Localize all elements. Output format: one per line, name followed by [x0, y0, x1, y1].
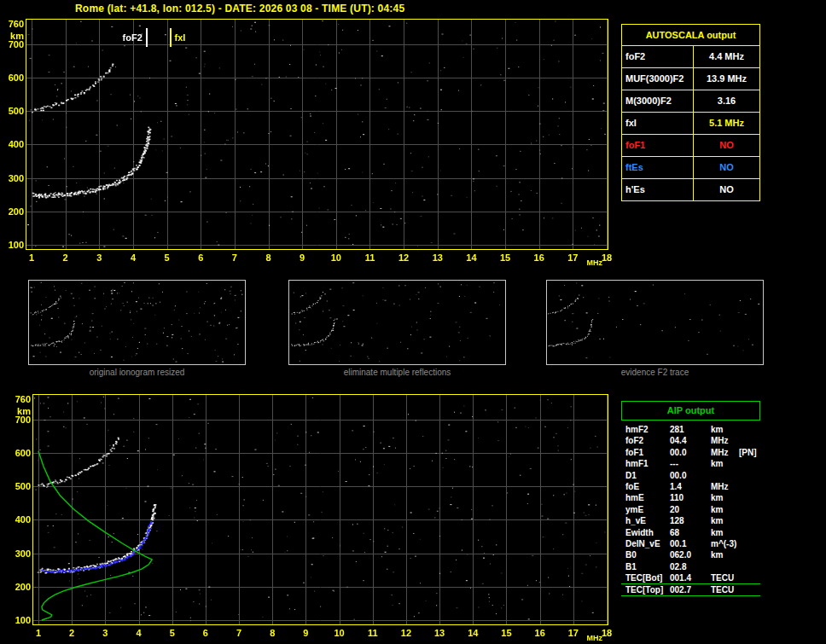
- x-tick-label: 9: [292, 252, 312, 263]
- parameter-name: foF1: [621, 447, 670, 458]
- panel-caption-f2trace: evidence F2 trace: [546, 368, 764, 377]
- parameter-flag: [739, 458, 760, 469]
- parameter-name: DelN_vE: [621, 538, 670, 549]
- parameter-flag: [739, 584, 760, 595]
- x-tick-label: 16: [529, 252, 550, 263]
- parameter-flag: [739, 492, 760, 503]
- parameter-value: 110: [670, 492, 711, 503]
- x-tick-label: 13: [429, 628, 450, 638]
- parameter-value: 002.7: [670, 584, 711, 595]
- x-tick-label: 15: [495, 252, 515, 263]
- x-tick-label: 2: [61, 628, 82, 638]
- y-tick-label: 600: [7, 448, 31, 458]
- x-tick-label: 17: [563, 628, 584, 638]
- parameter-value: 3.16: [694, 90, 759, 112]
- y-tick-label: 760: [0, 19, 24, 29]
- parameter-unit: km: [711, 515, 739, 526]
- x-tick-label: 12: [396, 628, 416, 638]
- x-tick-label: 2: [55, 252, 76, 263]
- aip-row: foF100.0MHz[PN]: [621, 447, 760, 458]
- parameter-unit: TECU: [711, 584, 739, 595]
- parameter-name: hmE: [621, 492, 670, 503]
- parameter-value: 20: [670, 504, 711, 515]
- parameter-value: 00.0: [670, 447, 711, 458]
- parameter-name: h_vE: [621, 515, 670, 526]
- x-tick-label: 14: [462, 628, 483, 638]
- profile-ionogram-canvas: [32, 394, 608, 625]
- aip-row: B102.8: [621, 561, 760, 572]
- autoscala-row: ftEsNO: [622, 156, 759, 178]
- aip-row: foF204.4MHz: [621, 435, 760, 446]
- x-tick-label: 13: [428, 252, 448, 263]
- parameter-value: 1.4: [670, 481, 711, 492]
- y-tick-label: 700: [7, 415, 31, 425]
- y-tick-label: 300: [0, 173, 24, 183]
- parameter-name: h'Es: [622, 179, 694, 200]
- x-tick-label: 15: [496, 628, 516, 638]
- x-tick-label: 4: [129, 628, 149, 638]
- autoscala-table-rows: foF24.4 MHzMUF(3000)F213.9 MHzM(3000)F23…: [622, 45, 759, 200]
- aip-row: h_vE128km: [621, 515, 760, 526]
- x-tick-label: 4: [123, 252, 143, 263]
- parameter-value: 001.4: [670, 572, 711, 583]
- page-title: Rome (lat: +41.8, lon: 012.5) - DATE: 20…: [75, 3, 404, 15]
- parameter-value: ---: [670, 458, 711, 469]
- parameter-flag: [739, 515, 760, 526]
- parameter-name: foF2: [621, 435, 670, 446]
- aip-row: TEC[Top]002.7TECU: [621, 584, 760, 596]
- x-tick-label: 18: [596, 252, 617, 263]
- parameter-unit: MHz: [711, 435, 739, 446]
- parameter-flag: [739, 481, 760, 492]
- aip-row: DelN_vE00.1m^(-3): [621, 538, 760, 549]
- x-tick-label: 5: [162, 628, 183, 638]
- parameter-flag: [739, 527, 760, 538]
- parameter-flag: [739, 435, 760, 446]
- parameter-unit: TECU: [711, 572, 739, 583]
- main-ionogram-canvas: [26, 19, 608, 250]
- parameter-value: 13.9 MHz: [694, 68, 759, 90]
- parameter-name: B1: [621, 561, 670, 572]
- parameter-value: 68: [670, 527, 711, 538]
- parameter-unit: km: [711, 492, 739, 503]
- panel-original-ionogram: [28, 280, 246, 365]
- aip-row: foE1.4MHz: [621, 481, 760, 492]
- parameter-name: ftEs: [622, 157, 694, 178]
- parameter-flag: [PN]: [739, 447, 760, 458]
- parameter-flag: [739, 504, 760, 515]
- aip-row: TEC[Bot]001.4TECU: [621, 572, 760, 584]
- parameter-name: TEC[Bot]: [621, 572, 670, 583]
- parameter-value: NO: [694, 157, 759, 178]
- parameter-flag: [739, 538, 760, 549]
- parameter-value: 281: [670, 424, 711, 435]
- parameter-unit: km: [711, 549, 739, 560]
- y-axis-unit-label: km: [7, 406, 31, 416]
- aip-row: Ewidth68km: [621, 527, 760, 538]
- aip-row: hmF2281km: [621, 424, 760, 435]
- y-tick-label: 300: [7, 548, 31, 559]
- autoscala-row: foF1NO: [622, 134, 759, 156]
- y-tick-label: 500: [7, 481, 31, 491]
- parameter-name: foE: [621, 481, 670, 492]
- parameter-unit: km: [711, 458, 739, 469]
- parameter-name: M(3000)F2: [622, 90, 694, 112]
- parameter-value: 062.0: [670, 549, 711, 560]
- x-tick-label: 16: [530, 628, 550, 638]
- parameter-flag: [739, 549, 760, 560]
- parameter-value: NO: [694, 135, 759, 156]
- x-tick-label: 5: [157, 252, 177, 263]
- x-tick-label: 14: [461, 252, 481, 263]
- x-tick-label: 18: [596, 628, 617, 638]
- y-axis-unit-label: km: [0, 31, 24, 41]
- parameter-unit: km: [711, 527, 739, 538]
- autoscala-row: foF24.4 MHz: [622, 45, 759, 67]
- parameter-flag: [739, 470, 760, 481]
- parameter-unit: m^(-3): [711, 538, 739, 549]
- parameter-unit: [711, 470, 739, 481]
- y-tick-label: 200: [7, 582, 31, 592]
- x-tick-label: 10: [326, 252, 346, 263]
- parameter-unit: km: [711, 504, 739, 515]
- x-tick-label: 17: [562, 252, 583, 263]
- x-tick-label: 10: [329, 628, 350, 638]
- parameter-value: 00.1: [670, 538, 711, 549]
- x-tick-label: 1: [21, 252, 42, 263]
